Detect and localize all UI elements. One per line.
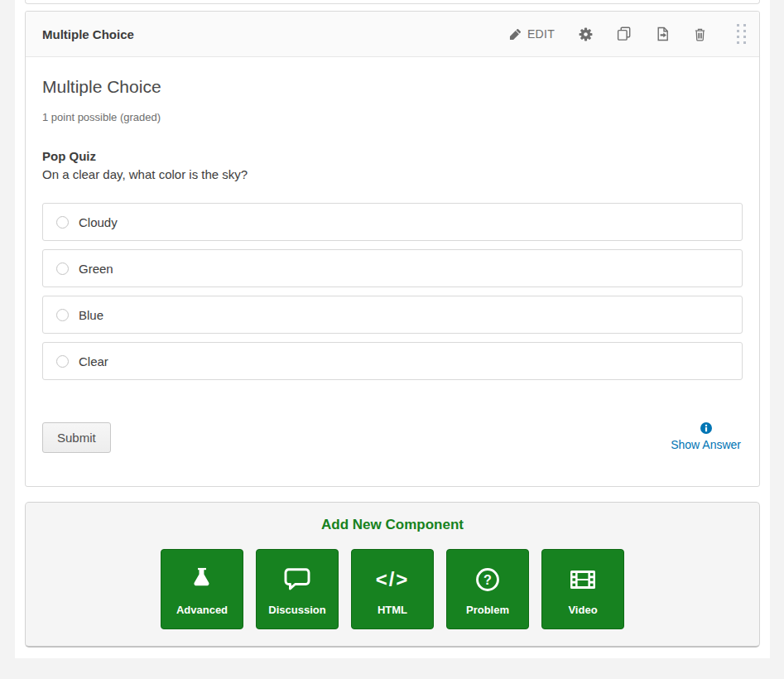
problem-heading: Multiple Choice: [42, 77, 743, 97]
previous-component-edge: [25, 0, 760, 4]
question-circle-icon: ?: [475, 562, 500, 597]
radio-button[interactable]: [56, 309, 69, 321]
delete-button[interactable]: [694, 27, 706, 41]
settings-button[interactable]: [579, 27, 593, 41]
add-problem-button[interactable]: ? Problem: [446, 549, 529, 629]
add-component-title: Add New Component: [26, 517, 759, 533]
question-text: On a clear day, what color is the sky?: [42, 167, 743, 181]
film-icon: [570, 562, 596, 597]
add-advanced-button[interactable]: Advanced: [161, 549, 243, 629]
duplicate-button[interactable]: [617, 26, 632, 41]
pencil-icon: [509, 28, 522, 41]
type-label: Advanced: [176, 604, 228, 616]
component-body: Multiple Choice 1 point possible (graded…: [26, 57, 759, 486]
choice-row[interactable]: Cloudy: [42, 203, 743, 241]
component-header: Multiple Choice EDIT: [26, 12, 759, 57]
type-label: Video: [568, 604, 597, 616]
drag-handle[interactable]: [735, 22, 748, 46]
page: { "colors": { "accent_green": "#178220",…: [0, 0, 784, 679]
move-button[interactable]: [656, 26, 670, 41]
choices-group: Cloudy Green Blue Clear: [42, 203, 743, 380]
type-label: HTML: [378, 604, 407, 616]
radio-button[interactable]: [56, 355, 69, 368]
choice-row[interactable]: Green: [42, 249, 743, 287]
edit-label: EDIT: [527, 27, 555, 41]
component-type-buttons: Advanced Discussion </> HTML: [26, 549, 759, 629]
choice-label: Blue: [79, 308, 103, 322]
show-answer-link[interactable]: Show Answer: [671, 438, 741, 451]
flask-icon: [191, 562, 213, 597]
type-label: Discussion: [268, 604, 325, 616]
component-title: Multiple Choice: [42, 27, 134, 41]
component-card: Multiple Choice EDIT: [25, 11, 760, 487]
submit-button[interactable]: Submit: [42, 422, 111, 453]
move-icon: [656, 26, 670, 41]
svg-text:?: ?: [483, 572, 492, 587]
choice-label: Green: [79, 262, 113, 276]
component-actions: EDIT: [509, 22, 748, 46]
choice-row[interactable]: Blue: [42, 296, 743, 334]
choice-label: Clear: [79, 354, 108, 368]
info-icon: [700, 422, 712, 434]
add-component-panel: Add New Component Advanced Discussio: [25, 502, 760, 648]
points-text: 1 point possible (graded): [42, 111, 743, 123]
edit-button[interactable]: EDIT: [509, 27, 555, 41]
duplicate-icon: [617, 26, 632, 41]
content-area: Multiple Choice EDIT: [15, 0, 770, 658]
type-label: Problem: [466, 604, 509, 616]
choice-label: Cloudy: [79, 215, 118, 229]
code-icon: </>: [376, 562, 410, 597]
question-label: Pop Quiz: [42, 149, 743, 163]
problem-action-row: Submit Show Answer: [42, 422, 743, 453]
radio-button[interactable]: [56, 262, 69, 275]
choice-row[interactable]: Clear: [42, 342, 743, 380]
add-html-button[interactable]: </> HTML: [351, 549, 434, 629]
trash-icon: [694, 27, 706, 41]
radio-button[interactable]: [56, 216, 69, 229]
add-discussion-button[interactable]: Discussion: [256, 549, 339, 629]
show-answer[interactable]: Show Answer: [671, 422, 741, 451]
add-video-button[interactable]: Video: [541, 549, 624, 629]
speech-bubble-icon: [284, 562, 310, 597]
gear-icon: [579, 27, 593, 41]
